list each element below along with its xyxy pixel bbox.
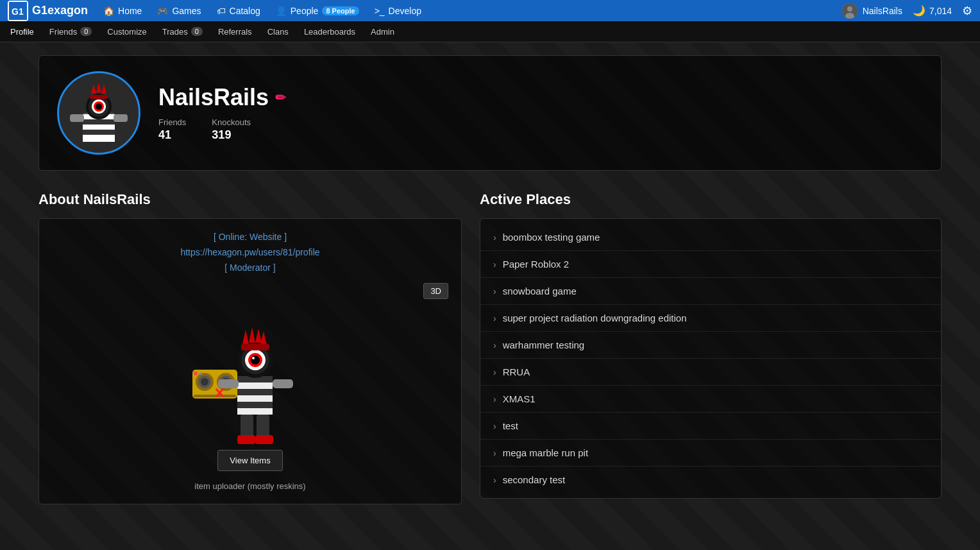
svg-rect-41	[237, 408, 273, 415]
svg-rect-21	[70, 114, 84, 122]
chevron-right-icon: ›	[493, 340, 496, 350]
games-icon: 🎮	[157, 6, 168, 16]
svg-rect-39	[237, 395, 273, 402]
nav-home[interactable]: 🏠 Home	[103, 6, 142, 16]
place-item[interactable]: › mega marble run pit	[480, 440, 941, 467]
content-area: About NailsRails [ Online: Website ] htt…	[38, 191, 942, 504]
subnav-referrals[interactable]: Referrals	[218, 27, 252, 37]
chevron-right-icon: ›	[493, 313, 496, 323]
chevron-right-icon: ›	[493, 367, 496, 377]
profile-stats: Friends 41 Knockouts 319	[158, 117, 286, 142]
about-link[interactable]: https://hexagon.pw/users/81/profile	[52, 247, 448, 257]
chevron-right-icon: ›	[493, 421, 496, 431]
chevron-right-icon: ›	[493, 259, 496, 270]
place-label: mega marble run pit	[503, 447, 588, 458]
svg-rect-8	[83, 119, 115, 125]
place-item[interactable]: › RRUA	[480, 359, 941, 386]
svg-rect-9	[83, 125, 115, 130]
main-content: NailsRails ✏ Friends 41 Knockouts 319 Ab…	[0, 42, 980, 550]
svg-text:G1: G1	[12, 6, 24, 17]
place-item[interactable]: › Paper Roblox 2	[480, 251, 941, 278]
moon-icon: 🌙	[913, 4, 925, 17]
place-label: super project radiation downgrading edit…	[503, 313, 687, 323]
svg-point-26	[201, 378, 208, 386]
places-title: Active Places	[480, 191, 942, 208]
svg-rect-37	[237, 382, 273, 389]
subnav-admin[interactable]: Admin	[371, 27, 394, 37]
svg-marker-53	[249, 327, 255, 343]
username-display: NailsRails	[863, 6, 902, 16]
currency-value: 7,014	[929, 6, 952, 16]
places-card: › boombox testing game › Paper Roblox 2 …	[480, 218, 942, 499]
people-icon: 👤	[276, 6, 287, 16]
subnav-profile[interactable]: Profile	[10, 27, 34, 37]
place-item[interactable]: › warhammer testing	[480, 332, 941, 359]
logo-icon: G1	[8, 1, 28, 21]
place-label: snowboard game	[503, 286, 577, 296]
place-item[interactable]: › secondary test	[480, 467, 941, 493]
svg-rect-30	[194, 395, 236, 397]
avatar-3d-container: 3D	[52, 283, 448, 463]
place-item[interactable]: › snowboard game	[480, 278, 941, 305]
nav-develop[interactable]: >_ Develop	[375, 6, 421, 16]
about-online: [ Online: Website ]	[52, 232, 448, 242]
place-item[interactable]: › super project radiation downgrading ed…	[480, 305, 941, 332]
user-info[interactable]: NailsRails	[842, 3, 902, 19]
svg-marker-52	[242, 330, 249, 344]
people-badge: 8 People	[322, 6, 359, 15]
profile-username: NailsRails ✏	[158, 84, 286, 111]
chevron-right-icon: ›	[493, 475, 496, 485]
svg-rect-44	[237, 435, 255, 444]
svg-rect-40	[237, 402, 273, 408]
home-icon: 🏠	[103, 6, 114, 16]
svg-rect-57	[218, 379, 239, 388]
about-section: About NailsRails [ Online: Website ] htt…	[38, 191, 462, 504]
svg-marker-55	[260, 331, 267, 345]
subnav-friends[interactable]: Friends 0	[49, 27, 92, 37]
subnav-clans[interactable]: Clans	[267, 27, 289, 37]
svg-rect-45	[255, 435, 273, 444]
place-item[interactable]: › XMAS1	[480, 386, 941, 413]
svg-rect-20	[90, 95, 108, 99]
subnav-trades[interactable]: Trades 0	[162, 27, 203, 37]
logo[interactable]: G1 G1exagon	[8, 1, 88, 21]
chevron-right-icon: ›	[493, 448, 496, 458]
logo-text: G1exagon	[32, 4, 88, 17]
chevron-right-icon: ›	[493, 394, 496, 404]
user-avatar	[842, 3, 858, 19]
svg-rect-10	[83, 130, 115, 135]
place-label: XMAS1	[503, 393, 536, 404]
svg-rect-58	[273, 379, 293, 388]
place-label: test	[503, 420, 518, 431]
svg-rect-56	[241, 344, 269, 350]
nav-catalog[interactable]: 🏷 Catalog	[217, 6, 260, 16]
edit-icon[interactable]: ✏	[275, 90, 286, 105]
settings-gear-icon[interactable]: ⚙	[962, 4, 972, 18]
profile-info: NailsRails ✏ Friends 41 Knockouts 319	[158, 84, 286, 142]
svg-point-3	[847, 6, 852, 12]
place-label: RRUA	[503, 366, 530, 377]
subnav-leaderboards[interactable]: Leaderboards	[304, 27, 355, 37]
about-card: [ Online: Website ] https://hexagon.pw/u…	[38, 218, 462, 504]
currency-display: 🌙 7,014	[913, 4, 952, 17]
stat-knockouts: Knockouts 319	[212, 117, 251, 142]
stat-friends: Friends 41	[158, 117, 186, 142]
svg-rect-11	[83, 135, 115, 142]
subnav-customize[interactable]: Customize	[107, 27, 146, 37]
nav-games[interactable]: 🎮 Games	[157, 6, 201, 16]
place-label: secondary test	[503, 474, 566, 485]
place-item[interactable]: › test	[480, 413, 941, 440]
svg-point-51	[252, 357, 255, 359]
sub-nav: Profile Friends 0 Customize Trades 0 Ref…	[0, 21, 980, 42]
btn-3d[interactable]: 3D	[423, 283, 448, 299]
nav-people[interactable]: 👤 People 8 People	[276, 6, 359, 16]
about-title: About NailsRails	[38, 191, 462, 208]
trades-badge: 0	[191, 27, 203, 36]
avatar-3d-image	[167, 283, 334, 463]
places-section: Active Places › boombox testing game › P…	[480, 191, 942, 504]
friends-badge: 0	[80, 27, 92, 36]
place-item[interactable]: › boombox testing game	[480, 224, 941, 251]
svg-point-50	[251, 356, 260, 365]
avatar	[57, 71, 140, 155]
svg-rect-38	[237, 389, 273, 395]
